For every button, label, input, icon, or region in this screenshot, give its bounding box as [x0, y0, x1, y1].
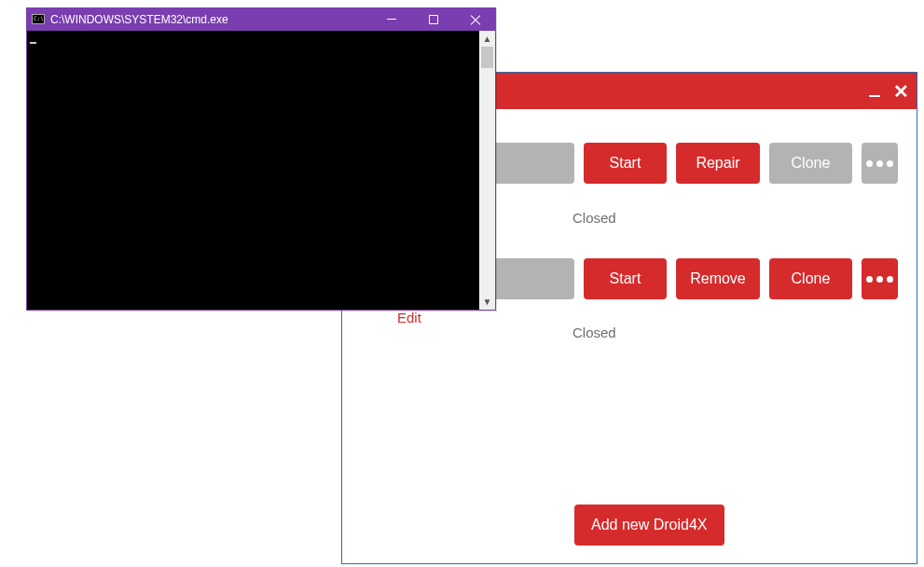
instance-status: Closed [572, 325, 616, 340]
instance-status: Closed [572, 210, 616, 226]
cmd-cursor [30, 42, 36, 44]
minimize-icon[interactable] [869, 95, 880, 97]
more-button[interactable] [862, 258, 898, 299]
start-button[interactable]: Start [584, 143, 668, 184]
ellipsis-icon [866, 276, 893, 283]
close-icon [470, 14, 481, 25]
edit-link-area: Edit [369, 310, 421, 326]
close-icon[interactable]: ✕ [893, 82, 909, 101]
clone-button[interactable]: Clone [769, 258, 853, 299]
maximize-icon [429, 15, 438, 24]
cmd-window: C:\WINDOWS\SYSTEM32\cmd.exe ▲ ▼ [26, 7, 496, 311]
droid4x-window-controls: ✕ [869, 82, 909, 101]
cmd-title: C:\WINDOWS\SYSTEM32\cmd.exe [50, 13, 228, 26]
minimize-icon [387, 19, 396, 20]
more-button-disabled [862, 143, 898, 184]
scroll-up-arrow-icon[interactable]: ▲ [479, 31, 495, 47]
remove-button[interactable]: Remove [676, 258, 760, 299]
cmd-titlebar[interactable]: C:\WINDOWS\SYSTEM32\cmd.exe [26, 7, 496, 31]
ellipsis-icon [866, 160, 893, 167]
clone-button-disabled: Clone [769, 143, 853, 184]
cmd-scrollbar[interactable]: ▲ ▼ [479, 31, 495, 310]
maximize-button[interactable] [412, 7, 454, 31]
cmd-title-area: C:\WINDOWS\SYSTEM32\cmd.exe [26, 13, 228, 26]
edit-link[interactable]: Edit [397, 310, 421, 325]
add-new-droid4x-button[interactable]: Add new Droid4X [574, 505, 724, 546]
scroll-down-arrow-icon[interactable]: ▼ [479, 294, 495, 310]
cmd-client-area: ▲ ▼ [26, 31, 496, 311]
scroll-thumb[interactable] [481, 47, 493, 68]
cmd-icon [32, 14, 45, 24]
close-button[interactable] [454, 7, 496, 31]
cmd-console-surface[interactable] [27, 31, 479, 310]
minimize-button[interactable] [370, 7, 412, 31]
start-button[interactable]: Start [584, 258, 668, 299]
cmd-window-controls [370, 7, 496, 31]
repair-button[interactable]: Repair [676, 143, 760, 184]
scroll-track[interactable] [479, 47, 495, 294]
